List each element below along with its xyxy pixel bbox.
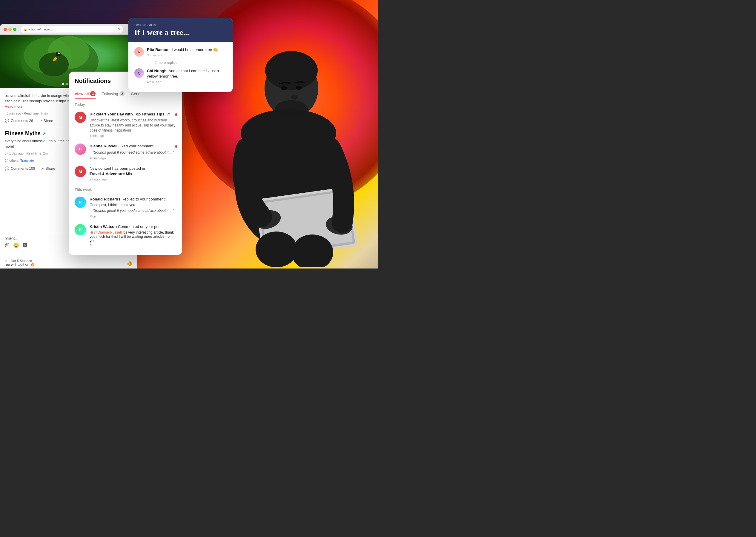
avatar-m-1: M xyxy=(75,111,86,123)
discussion-header: Discussion If I were a tree... xyxy=(128,18,233,42)
notif-time-fitness: 1 min ago xyxy=(90,134,176,138)
unread-dot-fitness xyxy=(175,113,177,116)
notifications-panel: Notifications View all 3 Following 2 Gen… xyxy=(69,72,182,255)
comment-chi: C Chi Nungh: And all that I can see is j… xyxy=(134,68,227,84)
following-badge: 2 xyxy=(119,91,125,96)
user-info: ou · Vor 5 Stunden xyxy=(5,259,35,263)
lock-icon: 🔒 xyxy=(23,28,27,31)
svg-point-21 xyxy=(58,53,60,54)
refresh-icon[interactable]: ↻ xyxy=(117,27,120,31)
notification-item-kristin[interactable]: K Kristin Watson Commented on your post:… xyxy=(69,221,182,250)
notification-item-travel[interactable]: M New content has been posted in Travel … xyxy=(69,163,182,184)
avatar-dianne: D xyxy=(75,144,86,155)
notif-main-kristin: Hi @Dianne Russell It's very interesting… xyxy=(90,230,176,243)
notif-title-kristin: Kristin Watson Commented on your post: xyxy=(90,224,176,229)
discussion-bubble: Discussion If I were a tree... R Rita Ra… xyxy=(128,18,233,92)
thumbs-up-icon[interactable]: 👍 xyxy=(127,260,133,266)
section-today: Today xyxy=(69,99,182,108)
more-replies[interactable]: 2 more replies xyxy=(147,61,227,65)
notif-time-dianne: 48 min ago xyxy=(90,156,176,160)
svg-point-13 xyxy=(296,86,302,90)
close-button[interactable] xyxy=(4,28,7,31)
translate-others: 24 others xyxy=(5,159,19,162)
discussion-label: Discussion xyxy=(134,23,227,27)
tab-following[interactable]: Following 2 xyxy=(102,89,125,99)
comment-body-rita: Rita Racoon: I would be a lemon tree 🍋 3… xyxy=(147,47,227,57)
avatar-m-2: M xyxy=(75,166,86,177)
notif-quote-ronald: "Sounds good! If you need some advice ab… xyxy=(90,208,176,213)
svg-point-2 xyxy=(265,51,318,90)
minimize-button[interactable] xyxy=(8,28,12,31)
read-more-link[interactable]: Read more xyxy=(5,104,22,108)
tab-view-all[interactable]: View all 3 xyxy=(75,89,96,99)
notif-title-dianne: Dianne Russell Liked your comment. xyxy=(90,144,176,149)
article2-comments-button[interactable]: 💬 Comments 108 xyxy=(5,166,35,171)
notif-title-fitness: Kickstart Your Day with Top Fitness Tips… xyxy=(90,111,176,117)
svg-point-11 xyxy=(275,100,308,118)
external-link-icon[interactable]: ↗ xyxy=(42,131,46,136)
notif-content-travel: New content has been posted in Travel & … xyxy=(90,166,176,181)
notif-content-kristin: Kristin Watson Commented on your post: H… xyxy=(90,224,176,247)
url-text: tchop.io/megacorp xyxy=(28,27,56,31)
avatar-ronald: R xyxy=(75,197,86,208)
notif-time-travel: 2 hours ago xyxy=(90,178,176,181)
svg-point-10 xyxy=(291,95,298,100)
share2-icon: ↗ xyxy=(41,166,44,171)
view-all-badge: 3 xyxy=(90,91,96,96)
mention-icon[interactable]: @ xyxy=(5,243,10,248)
share-icon: ↗ xyxy=(39,119,42,123)
url-bar[interactable]: 🔒 tchop.io/megacorp ↻ xyxy=(21,26,123,32)
browser-titlebar: 🔒 tchop.io/megacorp ↻ ⌘ F xyxy=(0,24,137,35)
notif-content-fitness: Kickstart Your Day with Top Fitness Tips… xyxy=(90,111,176,138)
article2-comments-count: Comments 108 xyxy=(11,166,35,171)
notification-item-dianne[interactable]: D Dianne Russell Liked your comment. "So… xyxy=(69,141,182,163)
notif-time-ronald: Mon xyxy=(90,215,176,218)
discussion-title: If I were a tree... xyxy=(134,28,227,37)
share-label: Share xyxy=(44,119,53,123)
maximize-button[interactable] xyxy=(13,28,17,31)
avatar-rita: R xyxy=(134,47,144,57)
translate-button[interactable]: Translate xyxy=(20,159,34,162)
comment2-icon: 💬 xyxy=(5,166,9,171)
unread-dot-dianne xyxy=(175,145,177,148)
discussion-body: R Rita Racoon: I would be a lemon tree 🍋… xyxy=(128,42,233,92)
nav-dot-1[interactable] xyxy=(62,83,64,85)
bottom-user-bar: ou · Vor 5 Stunden ree with author! 🔥 👍 xyxy=(0,257,137,268)
notif-quote-dianne: "Sounds good! If you need some advice ab… xyxy=(90,150,176,155)
comment-body-chi: Chi Nungh: And all that I can see is jus… xyxy=(147,68,227,84)
comments-count: Comments 26 xyxy=(11,119,33,123)
comments-button[interactable]: 💬 Comments 26 xyxy=(5,119,33,123)
user-comment: ree with author! 🔥 xyxy=(5,263,35,267)
nav-dot-2[interactable] xyxy=(66,83,68,85)
notif-time-kristin: Fri xyxy=(90,244,176,247)
share-button[interactable]: ↗ Share xyxy=(39,119,53,123)
notif-content-dianne: Dianne Russell Liked your comment. "Soun… xyxy=(90,144,176,160)
svg-point-19 xyxy=(39,53,69,76)
comment-time-chi: 4min. ago xyxy=(147,80,227,84)
section-this-week: This week xyxy=(69,184,182,194)
notif-desc-fitness: Discover the latest workout routines and… xyxy=(90,118,176,133)
svg-point-12 xyxy=(281,86,287,90)
notif-title-travel: New content has been posted in Travel & … xyxy=(90,166,176,177)
notif-main-ronald: Good post, I think, thank you. xyxy=(90,203,176,207)
notification-item-fitness[interactable]: M Kickstart Your Day with Top Fitness Ti… xyxy=(69,108,182,141)
article2-share-button[interactable]: ↗ Share xyxy=(41,166,55,171)
window-controls xyxy=(4,28,17,31)
notif-title-ronald: Ronald Richards Replied to your comment: xyxy=(90,197,176,202)
image-icon[interactable]: 🖼 xyxy=(23,243,27,248)
comment-icon: 💬 xyxy=(5,119,9,123)
avatar-chi: C xyxy=(134,68,144,78)
mention-dianne: @Dianne Russell xyxy=(94,230,122,234)
more-options-kristin[interactable]: ··· xyxy=(173,225,177,231)
notification-item-ronald[interactable]: R Ronald Richards Replied to your commen… xyxy=(69,194,182,221)
comment-text-rita: Rita Racoon: I would be a lemon tree 🍋 xyxy=(147,47,227,53)
article2-share-label: Share xyxy=(45,166,55,171)
avatar-kristin: K xyxy=(75,224,86,235)
emoji-icon[interactable]: 😊 xyxy=(13,243,19,248)
svg-point-14 xyxy=(255,231,297,267)
comment-rita: R Rita Racoon: I would be a lemon tree 🍋… xyxy=(134,47,227,57)
comment-time-rita: 30min. ago xyxy=(147,53,227,57)
comment-text-chi: Chi Nungh: And all that I can see is jus… xyxy=(147,68,227,79)
notif-content-ronald: Ronald Richards Replied to your comment:… xyxy=(90,197,176,218)
